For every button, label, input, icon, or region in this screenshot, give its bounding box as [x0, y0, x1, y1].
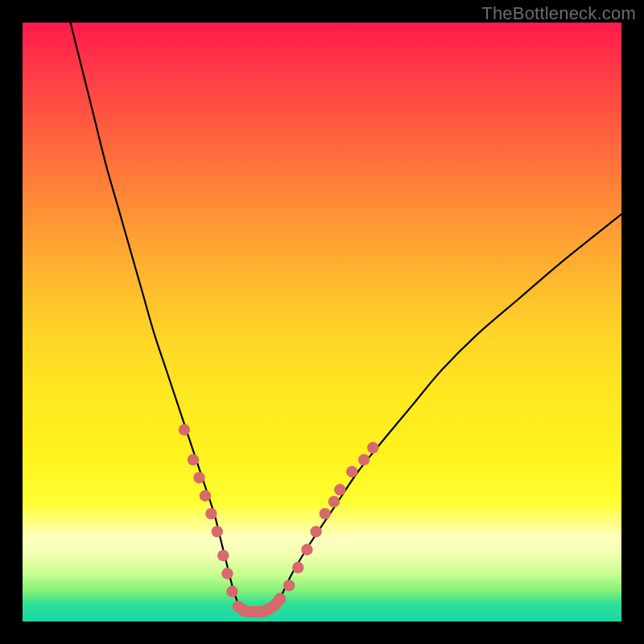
chart-svg	[23, 23, 621, 621]
marker-flat-bottom	[238, 605, 250, 616]
marker-right-cluster	[320, 508, 331, 519]
marker-right-cluster	[346, 466, 357, 477]
marker-flat-bottom	[250, 606, 262, 617]
marker-flat-bottom	[245, 606, 256, 617]
marker-right-cluster	[301, 544, 312, 555]
outer-frame: TheBottleneck.com	[0, 0, 644, 644]
watermark-text: TheBottleneck.com	[481, 3, 636, 24]
marker-right-cluster	[283, 580, 295, 591]
marker-left-cluster	[221, 568, 233, 579]
marker-left-cluster	[188, 454, 199, 465]
marker-left-cluster	[193, 472, 204, 483]
marker-right-cluster	[358, 454, 369, 465]
marker-left-cluster	[226, 586, 237, 597]
marker-left-cluster	[205, 508, 217, 519]
bottom-cap	[238, 599, 280, 612]
marker-flat-bottom	[275, 593, 286, 605]
marker-left-cluster	[217, 550, 229, 561]
marker-right-cluster	[328, 496, 340, 507]
marker-left-cluster	[179, 424, 190, 436]
marker-right-cluster	[292, 562, 303, 573]
marker-left-cluster	[212, 526, 223, 537]
marker-right-cluster	[310, 526, 321, 537]
plot-area	[23, 23, 621, 621]
data-markers	[179, 424, 379, 618]
marker-left-cluster	[200, 490, 211, 502]
marker-flat-bottom	[233, 601, 244, 612]
marker-right-cluster	[334, 484, 345, 495]
bottleneck-curve	[71, 23, 621, 613]
marker-flat-bottom	[262, 604, 274, 615]
marker-right-cluster	[367, 442, 378, 453]
marker-flat-bottom	[256, 606, 267, 617]
marker-flat-bottom	[268, 600, 279, 611]
